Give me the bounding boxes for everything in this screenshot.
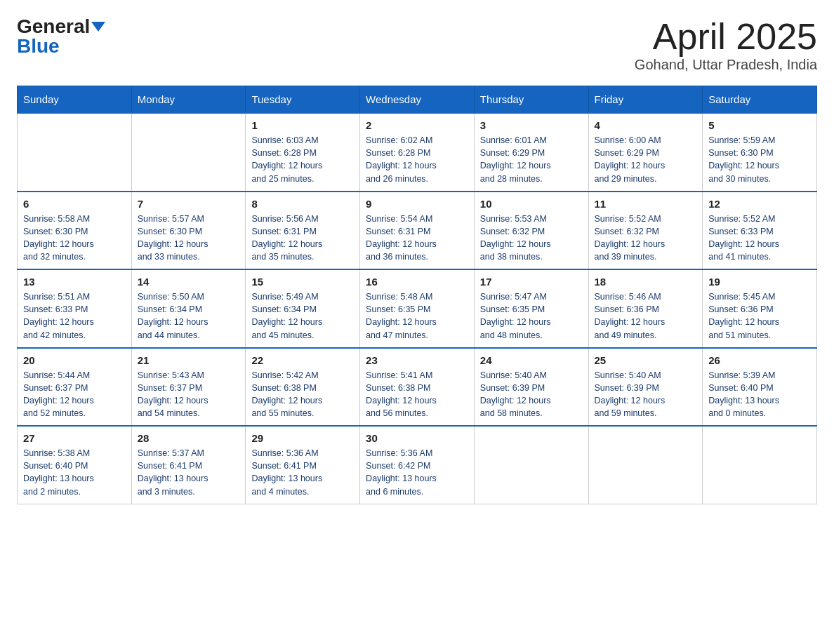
day-number: 16 [366, 276, 468, 288]
calendar-day-cell: 6Sunrise: 5:58 AM Sunset: 6:30 PM Daylig… [18, 192, 132, 270]
calendar-day-cell: 12Sunrise: 5:52 AM Sunset: 6:33 PM Dayli… [703, 192, 817, 270]
calendar-day-cell: 3Sunrise: 6:01 AM Sunset: 6:29 PM Daylig… [474, 113, 588, 192]
calendar-day-cell: 23Sunrise: 5:41 AM Sunset: 6:38 PM Dayli… [360, 348, 475, 427]
day-info: Sunrise: 6:03 AM Sunset: 6:28 PM Dayligh… [251, 134, 354, 185]
calendar-location: Gohand, Uttar Pradesh, India [635, 57, 817, 73]
day-number: 15 [251, 276, 354, 288]
logo-arrow-icon [91, 22, 105, 32]
day-number: 13 [23, 276, 126, 288]
day-info: Sunrise: 6:01 AM Sunset: 6:29 PM Dayligh… [480, 134, 583, 185]
day-number: 2 [366, 119, 468, 131]
day-info: Sunrise: 5:57 AM Sunset: 6:30 PM Dayligh… [138, 213, 240, 264]
calendar-week-row: 1Sunrise: 6:03 AM Sunset: 6:28 PM Daylig… [18, 113, 817, 192]
day-number: 9 [366, 198, 468, 210]
day-number: 14 [138, 276, 240, 288]
calendar-day-cell: 14Sunrise: 5:50 AM Sunset: 6:34 PM Dayli… [131, 269, 246, 348]
calendar-day-cell: 13Sunrise: 5:51 AM Sunset: 6:33 PM Dayli… [18, 269, 132, 348]
day-number: 29 [251, 432, 354, 444]
calendar-day-cell: 11Sunrise: 5:52 AM Sunset: 6:32 PM Dayli… [588, 192, 703, 270]
day-info: Sunrise: 5:50 AM Sunset: 6:34 PM Dayligh… [138, 290, 240, 342]
logo-general: General [17, 17, 90, 36]
day-info: Sunrise: 5:48 AM Sunset: 6:35 PM Dayligh… [366, 290, 468, 342]
calendar-day-cell: 8Sunrise: 5:56 AM Sunset: 6:31 PM Daylig… [246, 192, 360, 270]
page-header: General Blue April 2025 Gohand, Uttar Pr… [17, 17, 817, 73]
day-info: Sunrise: 5:40 AM Sunset: 6:39 PM Dayligh… [595, 369, 697, 420]
calendar-day-cell: 21Sunrise: 5:43 AM Sunset: 6:37 PM Dayli… [131, 348, 246, 427]
calendar-day-cell: 16Sunrise: 5:48 AM Sunset: 6:35 PM Dayli… [360, 269, 475, 348]
calendar-week-row: 13Sunrise: 5:51 AM Sunset: 6:33 PM Dayli… [18, 269, 817, 348]
calendar-week-row: 27Sunrise: 5:38 AM Sunset: 6:40 PM Dayli… [18, 426, 817, 504]
logo-blue: Blue [17, 36, 60, 56]
day-info: Sunrise: 5:39 AM Sunset: 6:40 PM Dayligh… [708, 369, 811, 420]
day-number: 17 [480, 276, 583, 288]
day-of-week-header: Sunday [18, 86, 132, 114]
calendar-day-cell: 19Sunrise: 5:45 AM Sunset: 6:36 PM Dayli… [703, 269, 817, 348]
day-number: 24 [480, 354, 583, 366]
day-info: Sunrise: 5:42 AM Sunset: 6:38 PM Dayligh… [251, 369, 354, 420]
day-info: Sunrise: 6:02 AM Sunset: 6:28 PM Dayligh… [366, 134, 468, 185]
calendar-week-row: 6Sunrise: 5:58 AM Sunset: 6:30 PM Daylig… [18, 192, 817, 270]
day-number: 10 [480, 198, 583, 210]
day-number: 20 [23, 354, 126, 366]
calendar-day-cell [18, 113, 132, 192]
day-number: 22 [251, 354, 354, 366]
calendar-day-cell [588, 426, 703, 504]
day-number: 8 [251, 198, 354, 210]
day-info: Sunrise: 5:43 AM Sunset: 6:37 PM Dayligh… [138, 369, 240, 420]
calendar-day-cell: 20Sunrise: 5:44 AM Sunset: 6:37 PM Dayli… [18, 348, 132, 427]
calendar-day-cell [474, 426, 588, 504]
calendar-body: 1Sunrise: 6:03 AM Sunset: 6:28 PM Daylig… [18, 113, 817, 504]
day-number: 27 [23, 432, 126, 444]
calendar-day-cell: 7Sunrise: 5:57 AM Sunset: 6:30 PM Daylig… [131, 192, 246, 270]
calendar-day-cell: 5Sunrise: 5:59 AM Sunset: 6:30 PM Daylig… [703, 113, 817, 192]
day-number: 30 [366, 432, 468, 444]
day-info: Sunrise: 5:52 AM Sunset: 6:33 PM Dayligh… [708, 213, 811, 264]
day-of-week-header: Tuesday [246, 86, 360, 114]
day-of-week-header: Saturday [703, 86, 817, 114]
day-info: Sunrise: 5:41 AM Sunset: 6:38 PM Dayligh… [366, 369, 468, 420]
day-number: 26 [708, 354, 811, 366]
calendar-day-cell: 9Sunrise: 5:54 AM Sunset: 6:31 PM Daylig… [360, 192, 475, 270]
day-number: 3 [480, 119, 583, 131]
calendar-day-cell: 24Sunrise: 5:40 AM Sunset: 6:39 PM Dayli… [474, 348, 588, 427]
days-of-week-row: SundayMondayTuesdayWednesdayThursdayFrid… [18, 86, 817, 114]
day-number: 1 [251, 119, 354, 131]
calendar-day-cell: 18Sunrise: 5:46 AM Sunset: 6:36 PM Dayli… [588, 269, 703, 348]
calendar-day-cell: 2Sunrise: 6:02 AM Sunset: 6:28 PM Daylig… [360, 113, 475, 192]
calendar-day-cell [703, 426, 817, 504]
logo: General Blue [17, 17, 105, 56]
day-number: 19 [708, 276, 811, 288]
day-number: 6 [23, 198, 126, 210]
day-number: 11 [595, 198, 697, 210]
day-info: Sunrise: 5:52 AM Sunset: 6:32 PM Dayligh… [595, 213, 697, 264]
day-info: Sunrise: 5:59 AM Sunset: 6:30 PM Dayligh… [708, 134, 811, 185]
calendar-day-cell: 4Sunrise: 6:00 AM Sunset: 6:29 PM Daylig… [588, 113, 703, 192]
day-info: Sunrise: 6:00 AM Sunset: 6:29 PM Dayligh… [595, 134, 697, 185]
calendar-day-cell: 27Sunrise: 5:38 AM Sunset: 6:40 PM Dayli… [18, 426, 132, 504]
day-info: Sunrise: 5:56 AM Sunset: 6:31 PM Dayligh… [251, 213, 354, 264]
day-number: 21 [138, 354, 240, 366]
calendar-day-cell: 30Sunrise: 5:36 AM Sunset: 6:42 PM Dayli… [360, 426, 475, 504]
day-info: Sunrise: 5:58 AM Sunset: 6:30 PM Dayligh… [23, 213, 126, 264]
day-info: Sunrise: 5:37 AM Sunset: 6:41 PM Dayligh… [138, 447, 240, 498]
day-number: 4 [595, 119, 697, 131]
calendar-day-cell: 17Sunrise: 5:47 AM Sunset: 6:35 PM Dayli… [474, 269, 588, 348]
day-info: Sunrise: 5:38 AM Sunset: 6:40 PM Dayligh… [23, 447, 126, 498]
day-info: Sunrise: 5:47 AM Sunset: 6:35 PM Dayligh… [480, 290, 583, 342]
day-info: Sunrise: 5:44 AM Sunset: 6:37 PM Dayligh… [23, 369, 126, 420]
calendar-day-cell: 25Sunrise: 5:40 AM Sunset: 6:39 PM Dayli… [588, 348, 703, 427]
calendar-table: SundayMondayTuesdayWednesdayThursdayFrid… [17, 86, 817, 504]
day-info: Sunrise: 5:40 AM Sunset: 6:39 PM Dayligh… [480, 369, 583, 420]
day-of-week-header: Wednesday [360, 86, 475, 114]
calendar-week-row: 20Sunrise: 5:44 AM Sunset: 6:37 PM Dayli… [18, 348, 817, 427]
day-info: Sunrise: 5:49 AM Sunset: 6:34 PM Dayligh… [251, 290, 354, 342]
calendar-day-cell: 15Sunrise: 5:49 AM Sunset: 6:34 PM Dayli… [246, 269, 360, 348]
day-number: 23 [366, 354, 468, 366]
day-number: 5 [708, 119, 811, 131]
day-info: Sunrise: 5:36 AM Sunset: 6:41 PM Dayligh… [251, 447, 354, 498]
day-info: Sunrise: 5:54 AM Sunset: 6:31 PM Dayligh… [366, 213, 468, 264]
calendar-header: SundayMondayTuesdayWednesdayThursdayFrid… [18, 86, 817, 114]
calendar-day-cell [131, 113, 246, 192]
day-info: Sunrise: 5:46 AM Sunset: 6:36 PM Dayligh… [595, 290, 697, 342]
calendar-day-cell: 29Sunrise: 5:36 AM Sunset: 6:41 PM Dayli… [246, 426, 360, 504]
